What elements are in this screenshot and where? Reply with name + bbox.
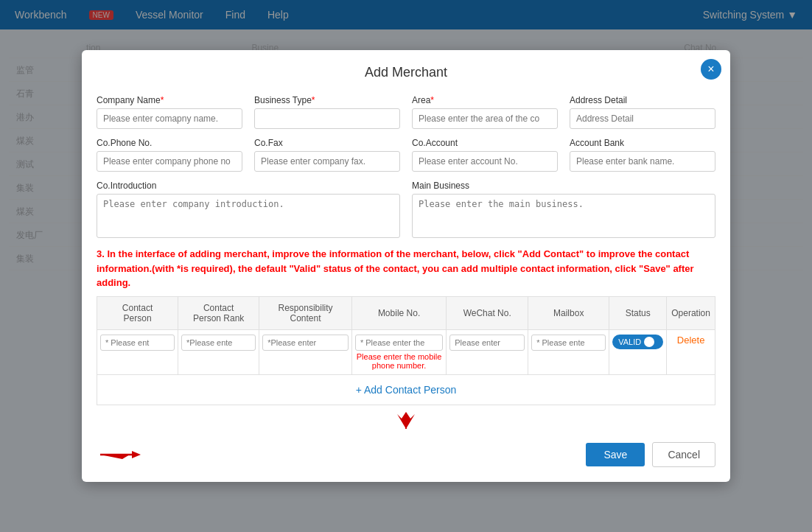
company-name-input[interactable] (97, 108, 242, 129)
co-account-group: Co.Account (412, 138, 558, 172)
mobile-error: Please enter the mobile phone number. (355, 352, 443, 370)
company-name-label: Company Name* (97, 95, 242, 105)
modal-title: Add Merchant (97, 65, 715, 80)
area-label: Area* (412, 95, 558, 105)
col-mailbox: Mailbox (528, 296, 609, 329)
wechat-cell (447, 329, 528, 374)
mailbox-input[interactable] (531, 335, 606, 351)
co-phone-label: Co.Phone No. (97, 138, 242, 148)
contact-person-input[interactable] (100, 335, 175, 351)
modal-overlay: Add Merchant × Company Name* Business Ty… (0, 0, 812, 532)
add-contact-label: + Add Contact Person (356, 384, 457, 396)
address-detail-label: Address Detail (570, 95, 715, 105)
save-button[interactable]: Save (586, 443, 645, 466)
col-contact-rank: ContactPerson Rank (178, 296, 259, 329)
status-cell: VALID (609, 329, 667, 374)
business-type-group: Business Type* (254, 95, 400, 129)
co-fax-input[interactable] (254, 151, 400, 172)
right-arrow-annotation (97, 446, 141, 463)
co-introduction-label: Co.Introduction (97, 181, 400, 191)
account-bank-group: Account Bank (570, 138, 715, 172)
account-bank-input[interactable] (570, 151, 715, 172)
right-arrow-icon (97, 446, 141, 463)
svg-marker-2 (132, 451, 141, 458)
mailbox-cell (528, 329, 609, 374)
operation-cell: Delete (667, 329, 715, 374)
delete-button[interactable]: Delete (677, 335, 705, 346)
add-merchant-modal: Add Merchant × Company Name* Business Ty… (82, 50, 730, 482)
main-business-group: Main Business (412, 181, 715, 238)
co-account-label: Co.Account (412, 138, 558, 148)
col-responsibility: ResponsibilityContent (259, 296, 352, 329)
responsibility-cell (259, 329, 352, 374)
status-toggle[interactable]: VALID (612, 335, 663, 349)
modal-footer: Save Cancel (97, 442, 715, 467)
mobile-cell: Please enter the mobile phone number. (351, 329, 446, 374)
cancel-button[interactable]: Cancel (652, 442, 715, 467)
close-button[interactable]: × (701, 59, 721, 80)
co-phone-input[interactable] (97, 151, 242, 172)
status-label: VALID (618, 337, 641, 346)
table-row: Please enter the mobile phone number. VA… (97, 329, 715, 374)
co-fax-label: Co.Fax (254, 138, 400, 148)
responsibility-input[interactable] (262, 335, 349, 351)
add-contact-row[interactable]: + Add Contact Person (97, 375, 715, 405)
col-operation: Operation (667, 296, 715, 329)
address-detail-group: Address Detail (570, 95, 715, 129)
contact-person-cell (97, 329, 178, 374)
account-bank-label: Account Bank (570, 138, 715, 148)
instruction-text: 3. In the interface of adding merchant, … (97, 247, 715, 290)
col-contact-person: ContactPerson (97, 296, 178, 329)
col-mobile: Mobile No. (351, 296, 446, 329)
mobile-input[interactable] (355, 335, 443, 351)
address-detail-input[interactable] (570, 108, 715, 129)
business-type-label: Business Type* (254, 95, 400, 105)
wechat-input[interactable] (449, 335, 525, 351)
col-wechat: WeChat No. (447, 296, 528, 329)
co-introduction-group: Co.Introduction (97, 181, 400, 238)
company-name-group: Company Name* (97, 95, 242, 129)
contact-rank-cell (178, 329, 259, 374)
up-arrow-icon (391, 408, 421, 430)
contact-rank-input[interactable] (181, 335, 256, 351)
co-introduction-textarea[interactable] (97, 194, 400, 238)
co-account-input[interactable] (412, 151, 558, 172)
contact-table: ContactPerson ContactPerson Rank Respons… (97, 296, 715, 375)
main-business-textarea[interactable] (412, 194, 715, 238)
area-input[interactable] (412, 108, 558, 129)
business-type-input[interactable] (254, 108, 400, 129)
co-fax-group: Co.Fax (254, 138, 400, 172)
co-phone-group: Co.Phone No. (97, 138, 242, 172)
area-group: Area* (412, 95, 558, 129)
main-business-label: Main Business (412, 181, 715, 191)
toggle-circle (644, 337, 654, 347)
col-status: Status (609, 296, 667, 329)
arrow-annotation (97, 405, 715, 433)
